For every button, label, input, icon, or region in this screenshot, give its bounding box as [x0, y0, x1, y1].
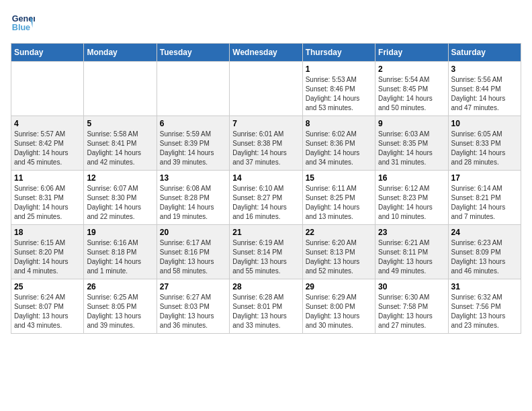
- calendar-week-2: 4Sunrise: 5:57 AM Sunset: 8:42 PM Daylig…: [11, 116, 521, 171]
- day-info: Sunrise: 6:19 AM Sunset: 8:14 PM Dayligh…: [232, 238, 299, 276]
- weekday-saturday: Saturday: [448, 44, 521, 62]
- day-number: 8: [306, 119, 372, 128]
- calendar-cell: 12Sunrise: 6:07 AM Sunset: 8:30 PM Dayli…: [84, 171, 157, 225]
- calendar-cell: 6Sunrise: 5:59 AM Sunset: 8:39 PM Daylig…: [157, 116, 229, 171]
- day-number: 29: [306, 282, 372, 291]
- calendar-week-1: 1Sunrise: 5:53 AM Sunset: 8:46 PM Daylig…: [11, 62, 521, 116]
- calendar-cell: 20Sunrise: 6:17 AM Sunset: 8:16 PM Dayli…: [157, 225, 229, 279]
- calendar-cell: 14Sunrise: 6:10 AM Sunset: 8:27 PM Dayli…: [230, 171, 302, 225]
- day-info: Sunrise: 5:58 AM Sunset: 8:41 PM Dayligh…: [87, 130, 153, 167]
- day-info: Sunrise: 6:07 AM Sunset: 8:30 PM Dayligh…: [87, 184, 153, 222]
- day-info: Sunrise: 6:29 AM Sunset: 8:00 PM Dayligh…: [306, 293, 372, 330]
- day-info: Sunrise: 5:53 AM Sunset: 8:46 PM Dayligh…: [306, 75, 372, 113]
- day-number: 17: [451, 173, 518, 183]
- day-number: 30: [378, 282, 445, 291]
- day-number: 18: [14, 228, 81, 237]
- day-info: Sunrise: 6:03 AM Sunset: 8:35 PM Dayligh…: [378, 130, 445, 167]
- day-number: 15: [306, 173, 372, 183]
- calendar-cell: 4Sunrise: 5:57 AM Sunset: 8:42 PM Daylig…: [11, 116, 84, 171]
- calendar-cell: 10Sunrise: 6:05 AM Sunset: 8:33 PM Dayli…: [448, 116, 521, 171]
- day-number: 3: [451, 64, 518, 74]
- day-info: Sunrise: 6:27 AM Sunset: 8:03 PM Dayligh…: [160, 293, 226, 330]
- calendar-cell: 18Sunrise: 6:15 AM Sunset: 8:20 PM Dayli…: [11, 225, 84, 279]
- logo-icon: General Blue: [11, 11, 35, 35]
- calendar-cell: 25Sunrise: 6:24 AM Sunset: 8:07 PM Dayli…: [11, 279, 84, 334]
- calendar-cell: [84, 62, 157, 116]
- day-number: 27: [160, 282, 226, 291]
- calendar-cell: 26Sunrise: 6:25 AM Sunset: 8:05 PM Dayli…: [84, 279, 157, 334]
- day-info: Sunrise: 6:23 AM Sunset: 8:09 PM Dayligh…: [451, 238, 518, 276]
- day-info: Sunrise: 6:15 AM Sunset: 8:20 PM Dayligh…: [14, 238, 81, 276]
- calendar-cell: 23Sunrise: 6:21 AM Sunset: 8:11 PM Dayli…: [375, 225, 448, 279]
- day-number: 23: [378, 228, 445, 237]
- day-info: Sunrise: 5:57 AM Sunset: 8:42 PM Dayligh…: [14, 130, 81, 167]
- calendar-table: SundayMondayTuesdayWednesdayThursdayFrid…: [11, 43, 521, 334]
- weekday-thursday: Thursday: [302, 44, 375, 62]
- day-info: Sunrise: 6:02 AM Sunset: 8:36 PM Dayligh…: [306, 130, 372, 167]
- day-number: 28: [232, 282, 299, 291]
- calendar-cell: 24Sunrise: 6:23 AM Sunset: 8:09 PM Dayli…: [448, 225, 521, 279]
- calendar-week-4: 18Sunrise: 6:15 AM Sunset: 8:20 PM Dayli…: [11, 225, 521, 279]
- day-info: Sunrise: 6:05 AM Sunset: 8:33 PM Dayligh…: [451, 130, 518, 167]
- day-info: Sunrise: 5:56 AM Sunset: 8:44 PM Dayligh…: [451, 75, 518, 113]
- day-info: Sunrise: 6:17 AM Sunset: 8:16 PM Dayligh…: [160, 238, 226, 276]
- calendar-cell: 7Sunrise: 6:01 AM Sunset: 8:38 PM Daylig…: [230, 116, 302, 171]
- day-number: 26: [87, 282, 153, 291]
- calendar-cell: 5Sunrise: 5:58 AM Sunset: 8:41 PM Daylig…: [84, 116, 157, 171]
- weekday-wednesday: Wednesday: [230, 44, 302, 62]
- day-number: 2: [378, 64, 445, 74]
- day-info: Sunrise: 6:21 AM Sunset: 8:11 PM Dayligh…: [378, 238, 445, 276]
- weekday-header-row: SundayMondayTuesdayWednesdayThursdayFrid…: [11, 44, 521, 62]
- logo: General Blue: [11, 11, 35, 35]
- calendar-cell: 16Sunrise: 6:12 AM Sunset: 8:23 PM Dayli…: [375, 171, 448, 225]
- day-info: Sunrise: 6:16 AM Sunset: 8:18 PM Dayligh…: [87, 238, 153, 276]
- day-info: Sunrise: 6:08 AM Sunset: 8:28 PM Dayligh…: [160, 184, 226, 222]
- calendar-cell: 21Sunrise: 6:19 AM Sunset: 8:14 PM Dayli…: [230, 225, 302, 279]
- calendar-cell: 27Sunrise: 6:27 AM Sunset: 8:03 PM Dayli…: [157, 279, 229, 334]
- day-info: Sunrise: 5:59 AM Sunset: 8:39 PM Dayligh…: [160, 130, 226, 167]
- calendar-week-5: 25Sunrise: 6:24 AM Sunset: 8:07 PM Dayli…: [11, 279, 521, 334]
- day-info: Sunrise: 6:11 AM Sunset: 8:25 PM Dayligh…: [306, 184, 372, 222]
- calendar-cell: 11Sunrise: 6:06 AM Sunset: 8:31 PM Dayli…: [11, 171, 84, 225]
- day-number: 20: [160, 228, 226, 237]
- day-info: Sunrise: 6:30 AM Sunset: 7:58 PM Dayligh…: [378, 293, 445, 330]
- svg-text:Blue: Blue: [12, 23, 30, 32]
- calendar-cell: 22Sunrise: 6:20 AM Sunset: 8:13 PM Dayli…: [302, 225, 375, 279]
- calendar-cell: 8Sunrise: 6:02 AM Sunset: 8:36 PM Daylig…: [302, 116, 375, 171]
- day-info: Sunrise: 6:20 AM Sunset: 8:13 PM Dayligh…: [306, 238, 372, 276]
- day-number: 1: [306, 64, 372, 74]
- weekday-tuesday: Tuesday: [157, 44, 229, 62]
- day-number: 5: [87, 119, 153, 128]
- calendar-header: SundayMondayTuesdayWednesdayThursdayFrid…: [11, 44, 521, 62]
- calendar-cell: 31Sunrise: 6:32 AM Sunset: 7:56 PM Dayli…: [448, 279, 521, 334]
- day-info: Sunrise: 6:24 AM Sunset: 8:07 PM Dayligh…: [14, 293, 81, 330]
- calendar-cell: 28Sunrise: 6:28 AM Sunset: 8:01 PM Dayli…: [230, 279, 302, 334]
- page-header: General Blue: [11, 11, 521, 35]
- day-number: 16: [378, 173, 445, 183]
- day-info: Sunrise: 5:54 AM Sunset: 8:45 PM Dayligh…: [378, 75, 445, 113]
- day-number: 6: [160, 119, 226, 128]
- weekday-monday: Monday: [84, 44, 157, 62]
- day-info: Sunrise: 6:32 AM Sunset: 7:56 PM Dayligh…: [451, 293, 518, 330]
- day-info: Sunrise: 6:01 AM Sunset: 8:38 PM Dayligh…: [232, 130, 299, 167]
- day-number: 22: [306, 228, 372, 237]
- day-number: 7: [232, 119, 299, 128]
- day-number: 25: [14, 282, 81, 291]
- calendar-cell: 3Sunrise: 5:56 AM Sunset: 8:44 PM Daylig…: [448, 62, 521, 116]
- calendar-cell: 17Sunrise: 6:14 AM Sunset: 8:21 PM Dayli…: [448, 171, 521, 225]
- day-number: 13: [160, 173, 226, 183]
- day-info: Sunrise: 6:10 AM Sunset: 8:27 PM Dayligh…: [232, 184, 299, 222]
- calendar-cell: 2Sunrise: 5:54 AM Sunset: 8:45 PM Daylig…: [375, 62, 448, 116]
- day-info: Sunrise: 6:06 AM Sunset: 8:31 PM Dayligh…: [14, 184, 81, 222]
- calendar-cell: 19Sunrise: 6:16 AM Sunset: 8:18 PM Dayli…: [84, 225, 157, 279]
- day-info: Sunrise: 6:14 AM Sunset: 8:21 PM Dayligh…: [451, 184, 518, 222]
- day-number: 19: [87, 228, 153, 237]
- calendar-cell: 1Sunrise: 5:53 AM Sunset: 8:46 PM Daylig…: [302, 62, 375, 116]
- day-info: Sunrise: 6:25 AM Sunset: 8:05 PM Dayligh…: [87, 293, 153, 330]
- day-info: Sunrise: 6:28 AM Sunset: 8:01 PM Dayligh…: [232, 293, 299, 330]
- day-number: 9: [378, 119, 445, 128]
- calendar-cell: 29Sunrise: 6:29 AM Sunset: 8:00 PM Dayli…: [302, 279, 375, 334]
- day-info: Sunrise: 6:12 AM Sunset: 8:23 PM Dayligh…: [378, 184, 445, 222]
- calendar-week-3: 11Sunrise: 6:06 AM Sunset: 8:31 PM Dayli…: [11, 171, 521, 225]
- weekday-friday: Friday: [375, 44, 448, 62]
